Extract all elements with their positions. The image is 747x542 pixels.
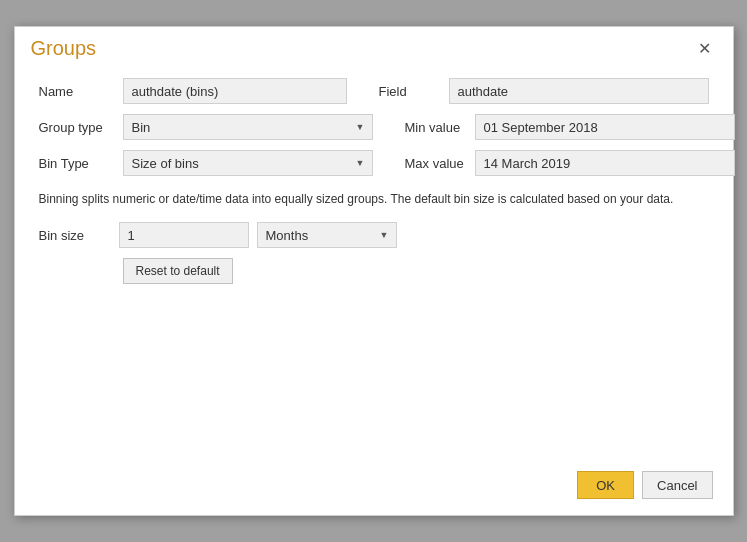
field-label: Field (379, 84, 449, 99)
name-field-row: Name Field (39, 78, 709, 104)
reset-button[interactable]: Reset to default (123, 258, 233, 284)
group-type-row: Group type Bin List Min value (39, 114, 709, 140)
bin-size-row: Bin size Days Weeks Months Quarters Year… (39, 222, 709, 248)
max-value-label: Max value (405, 156, 475, 171)
group-type-select-wrap: Bin List (123, 114, 373, 140)
field-section: Field (359, 78, 709, 104)
group-type-select[interactable]: Bin List (123, 114, 373, 140)
cancel-button[interactable]: Cancel (642, 471, 712, 499)
bin-size-label: Bin size (39, 228, 111, 243)
field-input[interactable] (449, 78, 709, 104)
min-value-label: Min value (405, 120, 475, 135)
info-text: Binning splits numeric or date/time data… (39, 190, 679, 208)
bin-size-input[interactable] (119, 222, 249, 248)
ok-button[interactable]: OK (577, 471, 634, 499)
title-bar: Groups ✕ (15, 27, 733, 66)
dialog-title: Groups (31, 37, 97, 60)
max-value-section: Max value (385, 150, 735, 176)
dialog-body: Name Field Group type Bin List Min value (15, 66, 733, 300)
months-select-wrap: Days Weeks Months Quarters Years (257, 222, 397, 248)
name-label: Name (39, 84, 111, 99)
max-value-input[interactable] (475, 150, 735, 176)
groups-dialog: Groups ✕ Name Field Group type Bin List … (14, 26, 734, 516)
bin-type-row: Bin Type Size of bins Number of bins Max… (39, 150, 709, 176)
bin-type-label: Bin Type (39, 156, 111, 171)
bin-type-select-wrap: Size of bins Number of bins (123, 150, 373, 176)
group-type-label: Group type (39, 120, 111, 135)
dialog-footer: OK Cancel (577, 471, 712, 499)
reset-row: Reset to default (123, 258, 709, 284)
min-value-input[interactable] (475, 114, 735, 140)
min-value-section: Min value (385, 114, 735, 140)
bin-type-select[interactable]: Size of bins Number of bins (123, 150, 373, 176)
close-button[interactable]: ✕ (692, 39, 717, 59)
name-input[interactable] (123, 78, 347, 104)
months-select[interactable]: Days Weeks Months Quarters Years (257, 222, 397, 248)
